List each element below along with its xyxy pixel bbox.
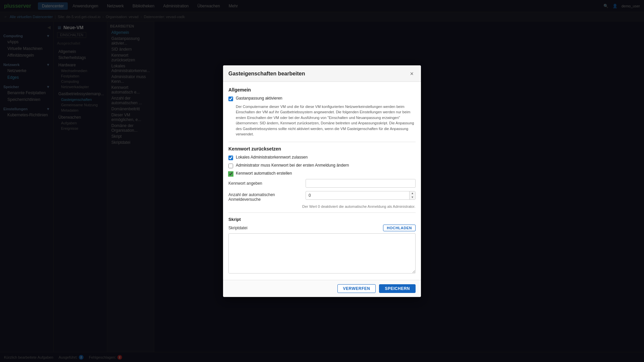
lokales-admin-row: Lokales Administratorkennwort zulassen bbox=[228, 155, 416, 160]
anzahl-hint: Der Wert 0 deaktiviert die automatische … bbox=[228, 204, 416, 208]
gastanpassung-label: Gastanpassung aktivieren bbox=[236, 96, 282, 101]
anzahl-wrap: 0 ▲ ▼ bbox=[306, 191, 416, 200]
lokales-admin-checkbox[interactable] bbox=[228, 156, 233, 160]
modal-overlay[interactable]: Gasteigenschaften bearbeiten × Allgemein… bbox=[0, 0, 644, 352]
section-heading-allgemein: Allgemein bbox=[228, 87, 416, 93]
kennwort-auto-label: Kennwort automatisch erstellen bbox=[236, 171, 292, 176]
script-header: Skriptdatei HOCHLADEN bbox=[228, 225, 416, 231]
lokales-admin-label: Lokales Administratorkennwort zulassen bbox=[236, 155, 308, 160]
modal-close-button[interactable]: × bbox=[408, 70, 416, 77]
anzahl-label: Anzahl der automatischen Anmeldeversuche bbox=[228, 191, 302, 202]
kennwort-angeben-row: Kennwort angeben bbox=[228, 179, 416, 188]
anzahl-input[interactable]: 0 bbox=[306, 191, 416, 200]
kennwort-auto-checkbox[interactable] bbox=[228, 172, 233, 176]
upload-button[interactable]: HOCHLADEN bbox=[383, 225, 416, 231]
divider-2 bbox=[228, 213, 416, 213]
number-spinners: ▲ ▼ bbox=[409, 191, 415, 199]
admin-muss-row: Administrator muss Kennwort bei der erst… bbox=[228, 163, 416, 168]
skriptdatei-label: Skriptdatei bbox=[228, 226, 248, 230]
modal-footer: VERWERFEN SPEICHERN bbox=[223, 280, 421, 297]
section-heading-skript: Skript bbox=[228, 217, 416, 222]
modal-title: Gasteigenschaften bearbeiten bbox=[228, 71, 305, 77]
save-button[interactable]: SPEICHERN bbox=[379, 284, 416, 293]
allgemein-description: Der Computername dieser VM und die für d… bbox=[228, 104, 416, 137]
section-heading-kennwort: Kennwort zurücksetzen bbox=[228, 146, 416, 152]
kennwort-angeben-input[interactable] bbox=[306, 179, 416, 188]
modal-header: Gasteigenschaften bearbeiten × bbox=[223, 65, 421, 82]
discard-button[interactable]: VERWERFEN bbox=[337, 284, 376, 293]
modal-dialog: Gasteigenschaften bearbeiten × Allgemein… bbox=[223, 65, 421, 297]
spinner-up[interactable]: ▲ bbox=[410, 191, 415, 195]
gastanpassung-row: Gastanpassung aktivieren bbox=[228, 96, 416, 101]
admin-muss-label: Administrator muss Kennwort bei der erst… bbox=[236, 163, 349, 168]
kennwort-auto-row: Kennwort automatisch erstellen bbox=[228, 171, 416, 176]
anzahl-row: Anzahl der automatischen Anmeldeversuche… bbox=[228, 191, 416, 202]
modal-body: Allgemein Gastanpassung aktivieren Der C… bbox=[223, 82, 421, 280]
admin-muss-checkbox[interactable] bbox=[228, 164, 233, 168]
kennwort-angeben-label: Kennwort angeben bbox=[228, 181, 302, 186]
gastanpassung-checkbox[interactable] bbox=[228, 97, 233, 101]
spinner-down[interactable]: ▼ bbox=[410, 195, 415, 199]
script-textarea[interactable] bbox=[228, 233, 416, 274]
divider-1 bbox=[228, 142, 416, 142]
